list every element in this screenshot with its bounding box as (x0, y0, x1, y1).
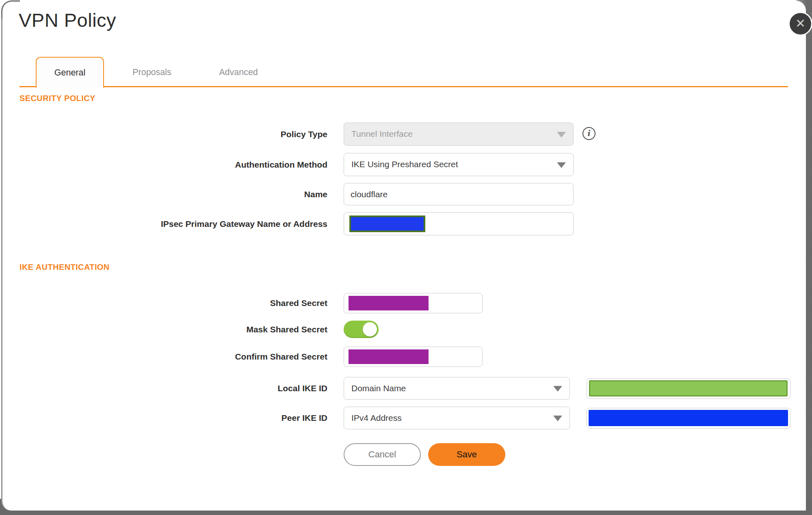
tab-advanced-label: Advanced (219, 67, 258, 78)
peer-ike-id-row: Peer IKE ID IPv4 Address (2, 407, 807, 429)
confirm-shared-secret-label: Confirm Shared Secret (2, 347, 327, 367)
cancel-button-label: Cancel (368, 449, 396, 460)
local-ike-id-type-value: Domain Name (351, 377, 406, 399)
shared-secret-label: Shared Secret (2, 293, 327, 313)
auth-method-label: Authentication Method (2, 153, 327, 176)
close-icon: ✕ (795, 17, 806, 30)
tab-general[interactable]: General (36, 57, 104, 88)
chevron-down-icon (557, 132, 566, 138)
tab-proposals[interactable]: Proposals (118, 57, 186, 88)
chevron-down-icon (553, 386, 562, 392)
name-row: Name (2, 183, 807, 205)
confirm-shared-secret-row: Confirm Shared Secret (2, 347, 807, 367)
action-buttons-row: Cancel Save (2, 443, 807, 466)
shared-secret-row: Shared Secret (2, 293, 807, 313)
tab-proposals-label: Proposals (132, 67, 171, 78)
peer-ike-id-label: Peer IKE ID (2, 407, 327, 429)
auth-method-value: IKE Using Preshared Secret (351, 153, 458, 175)
vpn-policy-dialog: VPN Policy General Proposals Advanced SE… (1, 1, 806, 511)
name-input[interactable] (344, 183, 574, 205)
mask-shared-secret-toggle[interactable] (344, 321, 379, 338)
chevron-down-icon (553, 416, 562, 421)
local-ike-id-type-select[interactable]: Domain Name (344, 377, 570, 400)
peer-ike-id-value-input[interactable] (587, 408, 790, 429)
policy-type-select: Tunnel Interface (344, 123, 574, 146)
redacted-local-ike-id-value (589, 380, 788, 396)
dialog-corner-border (1, 0, 20, 19)
gateway-input[interactable] (344, 212, 574, 235)
toggle-knob (363, 322, 377, 336)
policy-type-value: Tunnel Interface (351, 123, 413, 145)
mask-shared-secret-label: Mask Shared Secret (2, 321, 327, 338)
close-button[interactable]: ✕ (788, 12, 812, 36)
peer-ike-id-type-select[interactable]: IPv4 Address (344, 407, 570, 429)
local-ike-id-row: Local IKE ID Domain Name (2, 377, 807, 400)
auth-method-select[interactable]: IKE Using Preshared Secret (344, 153, 574, 176)
gateway-label: IPsec Primary Gateway Name or Address (2, 212, 327, 235)
redacted-gateway-value (349, 215, 425, 232)
redacted-confirm-shared-secret-value (349, 349, 429, 364)
page-title: VPN Policy (19, 9, 116, 31)
policy-type-label: Policy Type (2, 123, 327, 146)
name-label: Name (2, 183, 327, 205)
confirm-shared-secret-input[interactable] (344, 347, 483, 367)
policy-type-row: Policy Type Tunnel Interface i (2, 123, 807, 146)
auth-method-row: Authentication Method IKE Using Preshare… (2, 153, 807, 176)
redacted-peer-ike-id-value (589, 410, 788, 426)
ike-authentication-heading: IKE AUTHENTICATION (19, 263, 110, 272)
info-icon[interactable]: i (582, 127, 595, 140)
tab-general-label: General (54, 68, 86, 78)
peer-ike-id-type-value: IPv4 Address (351, 407, 402, 429)
redacted-shared-secret-value (349, 296, 429, 310)
screen: VPN Policy General Proposals Advanced SE… (0, 0, 812, 515)
mask-shared-secret-row: Mask Shared Secret (2, 321, 807, 338)
shared-secret-input[interactable] (344, 293, 483, 313)
local-ike-id-label: Local IKE ID (2, 377, 327, 400)
save-button-label: Save (457, 449, 477, 460)
save-button[interactable]: Save (428, 443, 505, 466)
cancel-button[interactable]: Cancel (344, 443, 421, 466)
local-ike-id-value-input[interactable] (587, 378, 790, 399)
security-policy-heading: SECURITY POLICY (19, 94, 95, 103)
tab-advanced[interactable]: Advanced (204, 57, 273, 88)
chevron-down-icon (557, 162, 566, 168)
gateway-row: IPsec Primary Gateway Name or Address (2, 212, 807, 235)
